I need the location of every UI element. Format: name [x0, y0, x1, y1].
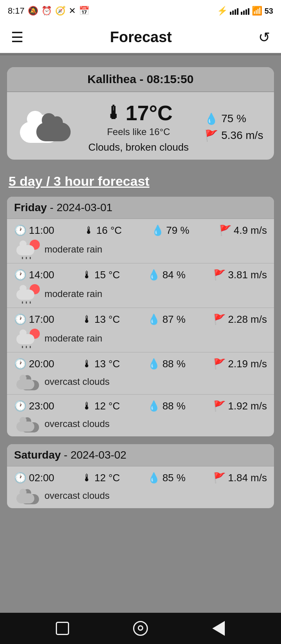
wind-item: 🚩 1.84 m/s [213, 472, 267, 484]
calendar-icon: 📅 [79, 6, 89, 16]
x-icon: ✕ [69, 6, 76, 16]
thermo-small-icon: 🌡 [82, 400, 92, 412]
rain-sun-icon [16, 240, 40, 259]
drop-icon: 💧 [148, 472, 160, 484]
humidity-item: 💧 88 % [148, 358, 185, 370]
drop-icon: 💧 [148, 313, 160, 326]
forecast-time: 02:00 [29, 472, 54, 484]
day-date: - 2024-03-02 [64, 449, 126, 461]
overcast-icon [16, 415, 40, 432]
nav-recents-button[interactable] [52, 618, 73, 639]
time-item: 🕐 11:00 [14, 224, 54, 237]
top-bar: ☰ Forecast ↺ [0, 22, 281, 53]
forecast-humidity: 84 % [162, 269, 185, 281]
overcast-icon [16, 487, 40, 504]
forecast-description: moderate rain [44, 288, 102, 299]
forecast-row-bottom: moderate rain [14, 240, 267, 259]
days-container: Friday - 2024-03-01 🕐 11:00 🌡 16 °C 💧 79… [7, 197, 274, 508]
forecast-time: 11:00 [29, 224, 54, 237]
current-weather-body: 🌡 17°C Feels like 16°C Clouds, broken cl… [7, 92, 274, 160]
humidity-value: 75 % [221, 112, 246, 125]
forecast-wind: 2.19 m/s [228, 358, 267, 370]
day-card: Saturday - 2024-03-02 🕐 02:00 🌡 12 °C 💧 … [7, 444, 274, 508]
cloud-dark [36, 123, 71, 141]
forecast-row-bottom: moderate rain [14, 284, 267, 304]
clock-icon: 🕐 [14, 400, 27, 412]
drop-icon: 💧 [148, 358, 160, 370]
flag-icon: 🚩 [213, 400, 226, 412]
header-separator: - [139, 73, 146, 85]
current-temp: 🌡 17°C [105, 101, 173, 125]
clock-icon: 🕐 [14, 224, 27, 237]
forecast-row: 🕐 02:00 🌡 12 °C 💧 85 % 🚩 1.84 m/s over [7, 466, 274, 508]
wind-item: 🚩 4.9 m/s [219, 224, 267, 237]
humidity-item: 💧 75 % [205, 112, 246, 125]
forecast-row-top: 🕐 20:00 🌡 13 °C 💧 88 % 🚩 2.19 m/s [14, 358, 267, 370]
forecast-wind: 1.92 m/s [228, 400, 267, 412]
time-item: 🕐 23:00 [14, 400, 54, 412]
forecast-title[interactable]: 5 day / 3 hour forecast [7, 174, 274, 189]
clock-icon: 🕐 [14, 358, 27, 370]
cloud-part [16, 290, 34, 300]
forecast-time: 17:00 [29, 313, 54, 326]
forecast-humidity: 88 % [162, 400, 185, 412]
nav-back-button[interactable] [208, 618, 229, 639]
humidity-icon: 💧 [205, 112, 218, 125]
drop-icon: 💧 [151, 224, 164, 237]
status-left: 8:17 🔕 ⏰ 🧭 ✕ 📅 [8, 6, 89, 16]
menu-icon[interactable]: ☰ [11, 29, 23, 46]
forecast-row-bottom: overcast clouds [14, 373, 267, 390]
status-bar: 8:17 🔕 ⏰ 🧭 ✕ 📅 ⚡ 📶 53 [0, 0, 281, 22]
wind-item: 🚩 1.92 m/s [213, 400, 267, 412]
wind-value: 5.36 m/s [221, 129, 263, 142]
forecast-description: overcast clouds [44, 418, 110, 429]
flag-icon: 🚩 [213, 269, 226, 281]
refresh-icon[interactable]: ↺ [258, 29, 270, 46]
forecast-row: 🕐 11:00 🌡 16 °C 💧 79 % 🚩 4.9 m/s [7, 219, 274, 263]
forecast-row-top: 🕐 14:00 🌡 15 °C 💧 84 % 🚩 3.81 m/s [14, 269, 267, 281]
humidity-item: 💧 79 % [151, 224, 189, 237]
weather-description: Clouds, broken clouds [88, 141, 189, 153]
forecast-wind: 1.84 m/s [228, 472, 267, 484]
humidity-item: 💧 85 % [148, 472, 185, 484]
forecast-description: moderate rain [44, 244, 102, 255]
bottom-nav [0, 613, 281, 644]
thermo-small-icon: 🌡 [82, 358, 92, 370]
raindrop-1 [22, 301, 23, 304]
current-weather-header: Kallithea - 08:15:50 [7, 67, 274, 92]
humidity-item: 💧 87 % [148, 313, 185, 326]
day-date: - 2024-03-01 [50, 201, 112, 213]
alarm-icon: ⏰ [41, 6, 52, 16]
raindrop-3 [30, 257, 31, 259]
wifi-icon: 📶 [252, 6, 262, 16]
recents-icon [56, 622, 69, 635]
temp-item: 🌡 13 °C [82, 358, 120, 370]
raindrop-1 [22, 257, 23, 259]
forecast-time: 14:00 [29, 269, 54, 281]
temperature-value: 17°C [126, 101, 173, 125]
temp-item: 🌡 12 °C [82, 472, 120, 484]
flag-icon: 🚩 [213, 358, 226, 370]
thermo-small-icon: 🌡 [82, 313, 92, 326]
cloud-front [16, 379, 34, 390]
signal-bars-1 [230, 7, 238, 15]
clock-icon: 🕐 [14, 472, 27, 484]
raindrop-2 [26, 301, 27, 304]
raindrop-3 [30, 301, 31, 304]
forecast-row-bottom: overcast clouds [14, 487, 267, 504]
forecast-humidity: 87 % [162, 313, 185, 326]
forecast-wind: 4.9 m/s [234, 224, 267, 237]
forecast-row: 🕐 17:00 🌡 13 °C 💧 87 % 🚩 2.28 m/s [7, 308, 274, 352]
nav-home-button[interactable] [130, 618, 151, 639]
wind-item: 🚩 3.81 m/s [213, 269, 267, 281]
thermo-small-icon: 🌡 [82, 472, 92, 484]
wind-item: 🚩 2.19 m/s [213, 358, 267, 370]
current-time: 08:15:50 [147, 73, 194, 85]
temp-item: 🌡 16 °C [84, 224, 122, 237]
rain-sun-icon [16, 329, 40, 348]
cloud-front [16, 493, 34, 503]
status-time: 8:17 [8, 6, 25, 16]
thermometer-icon: 🌡 [105, 102, 123, 123]
forecast-time: 20:00 [29, 358, 54, 370]
page-title: Forecast [110, 29, 172, 46]
